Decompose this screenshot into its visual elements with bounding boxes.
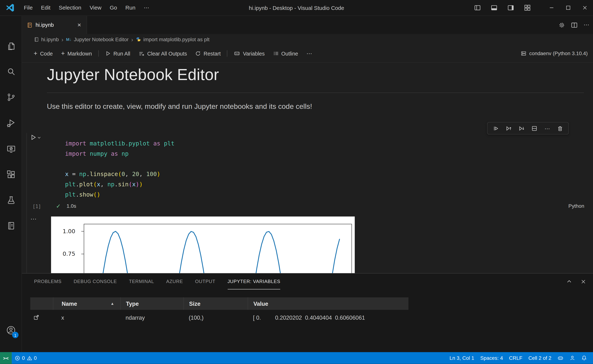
open-variable-icon[interactable] xyxy=(30,314,53,320)
error-count: 0 xyxy=(22,355,25,361)
split-cell-icon[interactable] xyxy=(529,123,540,133)
cell-language-picker[interactable]: Python xyxy=(568,203,584,209)
menu-selection[interactable]: Selection xyxy=(55,0,86,16)
header-name[interactable]: Name ▲ xyxy=(53,297,120,310)
code-token: import xyxy=(65,140,90,147)
menu-file[interactable]: File xyxy=(20,0,37,16)
toggle-primary-sidebar-icon[interactable] xyxy=(469,0,486,16)
code-token: x xyxy=(97,181,100,188)
breadcrumb-section[interactable]: M↓ Jupyter Notebook Editor xyxy=(66,36,128,42)
kernel-picker[interactable]: condaenv (Python 3.10.4) xyxy=(521,51,588,56)
breadcrumb-cell[interactable]: import matplotlib.pyplot as plt xyxy=(136,36,210,42)
outline-button[interactable]: Outline xyxy=(269,48,302,59)
code-token: . xyxy=(76,191,79,198)
panel-maximize-chevron-icon[interactable] xyxy=(566,279,572,285)
minimize-button[interactable] xyxy=(543,0,560,16)
split-editor-icon[interactable] xyxy=(571,22,577,28)
cell-position[interactable]: Cell 2 of 2 xyxy=(525,352,554,364)
code-line[interactable]: plt.show() xyxy=(65,190,174,200)
toggle-panel-icon[interactable] xyxy=(486,0,502,16)
breadcrumb-separator: › xyxy=(61,36,63,43)
accounts-icon[interactable]: 1 xyxy=(0,321,22,340)
code-token: , xyxy=(125,171,132,177)
copilot-icon[interactable] xyxy=(554,352,566,364)
code-line[interactable]: import numpy as np xyxy=(65,149,174,159)
code-line[interactable]: import matplotlib.pyplot as plt xyxy=(65,139,174,149)
restart-kernel-button[interactable]: Restart xyxy=(191,48,225,59)
outline-icon xyxy=(273,51,279,56)
markdown-paragraph: Use this editor to create, view, modify … xyxy=(47,102,312,111)
code-token: np xyxy=(79,171,86,177)
tab-hi-ipynb[interactable]: hi.ipynb ✕ xyxy=(22,16,87,34)
editor-more-actions-icon[interactable]: ⋯ xyxy=(583,22,589,28)
menu-edit[interactable]: Edit xyxy=(37,0,55,16)
run-by-line-icon[interactable] xyxy=(491,123,501,133)
breadcrumb-separator: › xyxy=(131,36,133,43)
menu-view[interactable]: View xyxy=(86,0,106,16)
code-token: plt xyxy=(164,140,174,147)
code-line[interactable] xyxy=(65,159,174,169)
variable-name: x xyxy=(53,314,120,321)
add-code-cell-button[interactable]: +Code xyxy=(30,48,57,59)
header-value[interactable]: Value xyxy=(248,297,408,310)
code-line[interactable]: plt.plot(x, np.sin(x)) xyxy=(65,180,174,190)
breadcrumb: hi.ipynb › M↓ Jupyter Notebook Editor › … xyxy=(22,34,593,45)
add-markdown-cell-button[interactable]: +Markdown xyxy=(57,48,96,59)
panel-close-icon[interactable] xyxy=(580,279,586,284)
panel-tab-terminal[interactable]: TERMINAL xyxy=(129,273,154,289)
problems-status[interactable]: 0 0 xyxy=(12,352,40,364)
code-token: . xyxy=(86,171,90,177)
cursor-position[interactable]: Ln 3, Col 1 xyxy=(446,352,477,364)
panel-tab-debug-console[interactable]: DEBUG CONSOLE xyxy=(74,273,117,289)
extensions-icon[interactable] xyxy=(0,165,22,184)
remote-indicator[interactable]: >< xyxy=(0,352,12,364)
notifications-bell-icon[interactable] xyxy=(578,352,590,364)
menu-go[interactable]: Go xyxy=(106,0,121,16)
explorer-icon[interactable] xyxy=(0,37,22,56)
code-line[interactable]: x = np.linspace(0, 20, 100) xyxy=(65,169,174,180)
panel-tab-problems[interactable]: PROBLEMS xyxy=(34,273,62,289)
menu-more[interactable]: ⋯ xyxy=(140,0,153,16)
error-icon xyxy=(15,356,20,361)
cell-more-actions-icon[interactable]: ⋯ xyxy=(542,123,553,133)
feedback-person-icon[interactable] xyxy=(566,352,578,364)
maximize-button[interactable] xyxy=(560,0,577,16)
clear-all-outputs-button[interactable]: Clear All Outputs xyxy=(134,48,191,59)
code-token: ( xyxy=(93,181,97,188)
run-above-icon[interactable] xyxy=(503,123,514,133)
panel-tab-azure[interactable]: AZURE xyxy=(166,273,183,289)
notebook-settings-gear-icon[interactable] xyxy=(559,22,565,28)
remote-explorer-icon[interactable] xyxy=(0,139,22,158)
indentation[interactable]: Spaces: 4 xyxy=(477,352,506,364)
menu-run[interactable]: Run xyxy=(121,0,140,16)
run-below-icon[interactable] xyxy=(516,123,527,133)
header-size[interactable]: Size xyxy=(183,297,248,310)
variables-button[interactable]: (x) Variables xyxy=(230,48,269,59)
code-token: 100 xyxy=(146,171,157,177)
eol-sequence[interactable]: CRLF xyxy=(506,352,525,364)
customize-layout-icon[interactable] xyxy=(519,0,536,16)
output-more-actions-icon[interactable]: … xyxy=(30,214,37,221)
close-window-button[interactable] xyxy=(576,0,593,16)
kernel-environment-icon xyxy=(521,51,527,56)
toggle-secondary-sidebar-icon[interactable] xyxy=(502,0,519,16)
notebook-file-icon xyxy=(34,37,39,42)
testing-icon[interactable] xyxy=(0,190,22,209)
run-cell-button[interactable] xyxy=(30,134,41,141)
code-editor[interactable]: import matplotlib.pyplot as pltimport nu… xyxy=(65,139,174,200)
variables-table: Name ▲ Type Size Value x ndarray (100,) … xyxy=(30,297,408,325)
tab-close-icon[interactable]: ✕ xyxy=(76,21,83,29)
run-all-button[interactable]: Run All xyxy=(101,48,134,59)
toolbar-more-actions-icon[interactable]: ⋯ xyxy=(302,48,316,59)
notebook-icon[interactable] xyxy=(0,216,22,235)
search-icon[interactable] xyxy=(0,62,22,81)
delete-cell-icon[interactable] xyxy=(555,123,566,133)
panel-tab-jupyter-variables[interactable]: JUPYTER: VARIABLES xyxy=(227,273,280,289)
run-and-debug-icon[interactable] xyxy=(0,113,22,132)
source-control-icon[interactable] xyxy=(0,88,22,107)
accounts-badge: 1 xyxy=(12,332,19,338)
breadcrumb-file[interactable]: hi.ipynb xyxy=(34,36,59,42)
header-type[interactable]: Type xyxy=(120,297,183,310)
panel-tab-output[interactable]: OUTPUT xyxy=(195,273,215,289)
variable-row[interactable]: x ndarray (100,) [ 0. 0.2020202 0.404040… xyxy=(30,310,408,325)
